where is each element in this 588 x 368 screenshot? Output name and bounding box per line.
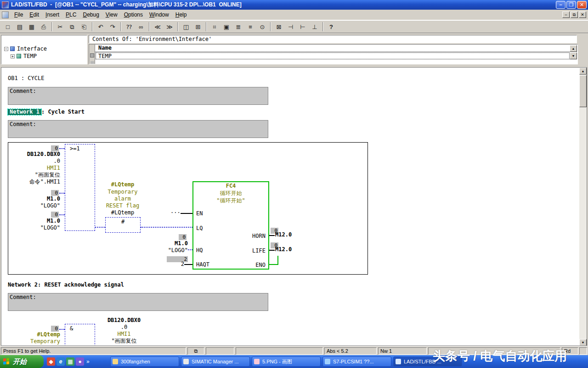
open-branch-icon[interactable]: ⊣	[285, 22, 296, 32]
upload-icon[interactable]: ≫	[164, 22, 175, 32]
code-view-icon[interactable]: ≡	[245, 22, 256, 32]
table-scroll-up[interactable]: ▲	[570, 45, 577, 52]
menu-view[interactable]: View	[102, 10, 121, 20]
show-desktop-icon[interactable]: ▦	[66, 357, 74, 366]
new-network-icon[interactable]: ⊠	[273, 22, 284, 32]
windows-logo-icon	[3, 358, 10, 365]
network1-label[interactable]: Network 1	[8, 109, 41, 115]
t-branch-icon[interactable]: ⊥	[309, 22, 320, 32]
network2-comment-box[interactable]: Comment:	[8, 293, 268, 311]
declarations-icon[interactable]: ≣	[233, 22, 244, 32]
app-icon	[2, 1, 9, 8]
media-icon[interactable]: ●	[76, 357, 84, 366]
temp-symbol[interactable]: #LQtemp	[10, 332, 60, 338]
minimize-button[interactable]: –	[556, 1, 565, 9]
mdi-close-button[interactable]: ✕	[579, 12, 586, 18]
menu-options[interactable]: Options	[121, 10, 146, 20]
network1-header[interactable]: Network 1: Cycle Start	[8, 109, 85, 115]
fc4-block[interactable]: FC4 循环开始 "循环开始" EN LQ HQ HAQT HORN LIFE …	[192, 181, 269, 270]
wire	[141, 227, 192, 228]
assign-box[interactable]: #	[105, 217, 141, 233]
scroll-down-button[interactable]: ▼	[579, 339, 587, 346]
table-row[interactable]: TEMP	[96, 52, 570, 59]
quicklaunch-chevron[interactable]: »	[86, 357, 93, 366]
wire	[184, 264, 192, 265]
save-icon[interactable]: ▦	[26, 22, 37, 32]
block-comment-box[interactable]: Comment:	[8, 87, 268, 105]
find-icon[interactable]: ⁇	[124, 22, 135, 32]
port-haqt: HAQT	[196, 262, 209, 268]
row-marker	[90, 53, 94, 58]
simatic-icon	[183, 359, 189, 364]
task-plcsim[interactable]: S7-PLCSIM1 ??...	[322, 356, 391, 367]
split-window-icon[interactable]: ◫	[181, 22, 192, 32]
quicklaunch-icon-1[interactable]: ◆	[47, 357, 55, 366]
operand-address[interactable]: M1.0	[10, 196, 60, 202]
copy-icon[interactable]: ⧉	[67, 22, 78, 32]
scroll-thumb[interactable]	[579, 75, 587, 107]
cut-icon[interactable]: ✂	[55, 22, 66, 32]
table-scroll-down[interactable]: ▼	[570, 52, 577, 59]
mdi-minimize-button[interactable]: –	[562, 12, 570, 18]
menu-bar: File Edit Insert PLC Debug View Options …	[0, 10, 588, 20]
internet-explorer-icon[interactable]: e	[57, 357, 65, 366]
constant-value[interactable]: 2	[173, 261, 184, 267]
expand-icon[interactable]: +	[11, 54, 15, 58]
comment-toggle-icon[interactable]: ⊙	[257, 22, 268, 32]
help-icon[interactable]: ?	[326, 22, 337, 32]
eno-wire	[269, 264, 278, 265]
port-en: EN	[196, 211, 203, 217]
status-mode-segment: ◆ RUN	[236, 347, 323, 355]
operand-address[interactable]: M1.0	[10, 218, 60, 224]
mdi-restore-button[interactable]: ⧉	[571, 12, 578, 18]
and-gate[interactable]: &	[65, 324, 95, 346]
download-icon[interactable]: ≪	[152, 22, 163, 32]
operand-address[interactable]: M12.0	[275, 247, 292, 253]
network2-label[interactable]: Network 2	[8, 282, 38, 288]
task-300fangzhen[interactable]: 300fangzhen	[110, 356, 179, 367]
symbol-name: HMI1	[10, 165, 60, 171]
operand-address[interactable]: M12.0	[275, 232, 292, 238]
task-paint[interactable]: 5.PNG - 画图	[252, 356, 321, 367]
scroll-up-button[interactable]: ▲	[579, 68, 587, 75]
network2-header[interactable]: Network 2: RESET acknowledge signal	[8, 282, 124, 288]
close-button[interactable]: ✕	[577, 1, 587, 9]
task-simatic-manager[interactable]: SIMATIC Manager ...	[181, 356, 250, 367]
close-branch-icon[interactable]: ⊢	[297, 22, 308, 32]
tree-item-temp[interactable]: +TEMP	[11, 53, 37, 59]
overview-icon[interactable]: ⊞	[192, 22, 204, 32]
print-icon[interactable]: ⎙	[38, 22, 49, 32]
undo-icon[interactable]: ↶	[95, 22, 106, 32]
editor-scrollbar[interactable]: ▲ ▼	[579, 68, 587, 346]
paste-icon[interactable]: ⎗	[79, 22, 90, 32]
operand-address[interactable]: M1.0	[153, 241, 188, 247]
tree-item-interface[interactable]: −Interface	[4, 46, 47, 52]
or-gate[interactable]: >=1	[65, 144, 95, 231]
operand-address[interactable]: DB120.DBX0	[10, 151, 60, 157]
menu-insert[interactable]: Insert	[42, 10, 62, 20]
status-empty-segment	[206, 347, 234, 355]
symbol-table-icon[interactable]: ▣	[221, 22, 232, 32]
column-header-name[interactable]: Name	[98, 45, 112, 51]
open-icon[interactable]: ▤	[14, 22, 25, 32]
menu-debug[interactable]: Debug	[79, 10, 102, 20]
menu-file[interactable]: File	[11, 10, 26, 20]
monitor-glasses-icon[interactable]: ∞	[136, 22, 147, 32]
wire	[181, 213, 192, 214]
port-hq: HQ	[196, 247, 203, 253]
menu-edit[interactable]: Edit	[26, 10, 42, 20]
temp-symbol[interactable]: #LQtemp	[104, 182, 141, 188]
menu-plc[interactable]: PLC	[62, 10, 79, 20]
maximize-button[interactable]: ❐	[566, 1, 576, 9]
fbd-icon	[396, 359, 401, 364]
menu-window[interactable]: Window	[146, 10, 172, 20]
network1-comment-box[interactable]: Comment:	[8, 120, 268, 138]
operand-address[interactable]: DB120.DBX0	[103, 317, 145, 323]
new-icon[interactable]: □	[2, 22, 13, 32]
collapse-icon[interactable]: −	[4, 47, 8, 51]
menu-help[interactable]: Help	[172, 10, 190, 20]
address-icon[interactable]: ⌗	[209, 22, 220, 32]
redo-icon[interactable]: ↷	[107, 22, 118, 32]
start-button[interactable]: 开始	[0, 355, 44, 368]
wire	[59, 329, 65, 330]
